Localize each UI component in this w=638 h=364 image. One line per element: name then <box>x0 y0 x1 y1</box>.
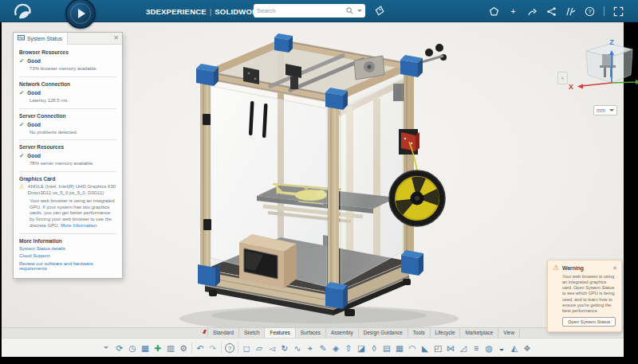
add-icon[interactable]: + <box>508 6 518 17</box>
dome-icon[interactable]: ◒ <box>495 342 508 354</box>
chamfer-icon[interactable]: ◣ <box>419 342 431 354</box>
units-dropdown[interactable]: mm <box>593 105 617 115</box>
brand-separator: | <box>210 7 211 16</box>
ribbon-tab-strip: StandardSketchFeaturesSurfacesAssemblyDe… <box>2 327 624 338</box>
tab-tools[interactable]: Tools <box>408 328 431 338</box>
notifications-icon[interactable] <box>489 6 499 17</box>
draft-icon[interactable]: ◿ <box>457 342 470 354</box>
publication-icon[interactable]: ◅ <box>266 342 278 354</box>
settings-gear-icon[interactable]: ⚙ <box>177 342 190 354</box>
cut-icon[interactable]: ◪ <box>355 342 368 354</box>
tab-sketch[interactable]: Sketch <box>239 328 266 338</box>
status-link[interactable]: System Status details <box>19 246 116 251</box>
divider <box>19 76 116 77</box>
status-detail: 78% server memory available. <box>30 161 116 167</box>
svg-text:X: X <box>569 83 573 91</box>
toolbar-divider <box>221 342 222 354</box>
status-section-heading: Server Connection <box>19 113 116 119</box>
sketch-icon[interactable]: ✎ <box>317 342 329 354</box>
tab-features[interactable]: Features <box>265 327 295 338</box>
tab-lifecycle[interactable]: Lifecycle <box>431 328 461 338</box>
topbar-actions: + ? <box>489 0 624 22</box>
shell-icon[interactable]: ◰ <box>431 342 444 354</box>
add-component-icon[interactable]: ✚ <box>152 342 164 354</box>
help-icon[interactable]: ? <box>585 6 595 17</box>
extrude-icon[interactable]: ⇧ <box>342 342 355 354</box>
close-icon[interactable]: ✕ <box>612 265 617 272</box>
apps-icon[interactable] <box>565 6 576 17</box>
reference-plane-icon[interactable]: ▱ <box>253 342 266 354</box>
system-status-panel: System Status ✕ Browser Resources✓Good73… <box>13 32 123 279</box>
status-section: Server Resources✓Good78% server memory a… <box>19 144 116 167</box>
check-icon: ✓ <box>19 152 24 159</box>
history-icon[interactable]: ◷ <box>126 342 139 354</box>
units-chevron-icon <box>609 109 614 112</box>
redo-icon[interactable]: ↷ <box>207 342 219 354</box>
loft-icon[interactable]: ▤ <box>380 342 393 354</box>
help-icon[interactable]: ? <box>225 343 234 353</box>
wrap-icon[interactable]: ◍ <box>482 342 495 354</box>
fullscreen-icon[interactable] <box>613 6 624 17</box>
control-panel <box>239 234 297 288</box>
tab-design-guidance[interactable]: Design Guidance <box>359 328 408 338</box>
top-bar: 3DEXPERIENCE | SOLIDWORKS xDesign - 3D P… <box>0 0 638 22</box>
system-status-icon <box>18 35 25 41</box>
rib-icon[interactable]: ≡ <box>470 342 482 354</box>
status-section: Network Connection✓GoodLatency 128.5 ms. <box>19 81 116 104</box>
copy-icon[interactable]: ▥ <box>164 342 177 354</box>
tab-view[interactable]: View <box>498 328 520 338</box>
revolve-icon[interactable]: ↻ <box>278 342 291 354</box>
sweep-icon[interactable]: ∿ <box>291 342 304 354</box>
mirror-icon[interactable]: ⋈ <box>444 342 457 354</box>
check-icon: ✓ <box>19 121 24 128</box>
status-link[interactable]: Cloud Support <box>19 253 116 258</box>
more-information-link[interactable]: More Information <box>61 223 96 228</box>
search-icon[interactable] <box>346 7 353 14</box>
panel-collapse-icon[interactable]: ‹ <box>557 72 568 84</box>
toolbar-expand-chevron-icon[interactable] <box>104 346 108 349</box>
graphics-description: Your web browser is using an integrated … <box>30 198 116 229</box>
tab-surfaces[interactable]: Surfaces <box>296 328 326 338</box>
anchor-icon[interactable]: ⌖ <box>304 342 317 354</box>
status-panel-header[interactable]: System Status ✕ <box>14 33 122 45</box>
toolbar-divider <box>238 342 238 354</box>
status-link[interactable]: Review our software and hardware require… <box>19 261 116 271</box>
undo-icon[interactable]: ↶ <box>194 342 207 354</box>
warning-title: Warning <box>562 265 609 271</box>
tab-strip-tabs: StandardSketchFeaturesSurfacesAssemblyDe… <box>207 328 520 338</box>
fillet-icon[interactable]: ◠ <box>406 342 419 354</box>
warning-message: Your web browser is using an integrated … <box>562 274 617 314</box>
convert-icon[interactable]: ◈ <box>329 342 342 354</box>
open-system-status-button[interactable]: Open System Status <box>562 317 616 327</box>
status-value: Good <box>27 122 41 127</box>
split-icon[interactable]: ◭ <box>508 342 521 354</box>
status-panel-body: Browser Resources✓Good73% browser memory… <box>14 45 122 278</box>
search-options-chevron-icon[interactable] <box>357 10 362 12</box>
status-value: Good <box>27 90 41 96</box>
status-detail: Latency 128.5 ms. <box>30 98 116 104</box>
3ds-compass-logo[interactable] <box>13 2 33 20</box>
svg-text:Z: Z <box>609 38 614 46</box>
view-cube[interactable]: Z X Y <box>562 33 638 100</box>
collaborate-icon[interactable] <box>546 6 557 17</box>
6wtags-icon[interactable] <box>373 5 385 17</box>
tab-assembly[interactable]: Assembly <box>326 328 359 338</box>
badge-ring <box>70 3 91 24</box>
close-icon[interactable]: ✕ <box>113 34 119 41</box>
more-info-heading: More Information <box>19 238 116 244</box>
save-icon[interactable]: ▦ <box>139 342 152 354</box>
share-icon[interactable] <box>527 6 538 17</box>
3d-viewport[interactable]: ‹ Z X Y mm <box>2 22 624 327</box>
status-detail: 73% browser memory available. <box>30 66 116 72</box>
primitive-box-icon[interactable]: ◻ <box>240 342 253 354</box>
boss-icon[interactable]: ◊ <box>368 342 380 354</box>
measure-icon[interactable]: ❖ <box>521 342 534 354</box>
divider <box>19 139 116 140</box>
divider <box>19 171 116 172</box>
search-input[interactable] <box>257 7 346 14</box>
tab-marketplace[interactable]: Marketplace <box>460 328 498 338</box>
pattern-icon[interactable]: ▦ <box>393 342 406 354</box>
status-section: Server Connection✓GoodNo problems detect… <box>19 113 116 136</box>
tab-standard[interactable]: Standard <box>207 328 239 338</box>
sync-icon[interactable]: ⟳ <box>113 342 126 354</box>
